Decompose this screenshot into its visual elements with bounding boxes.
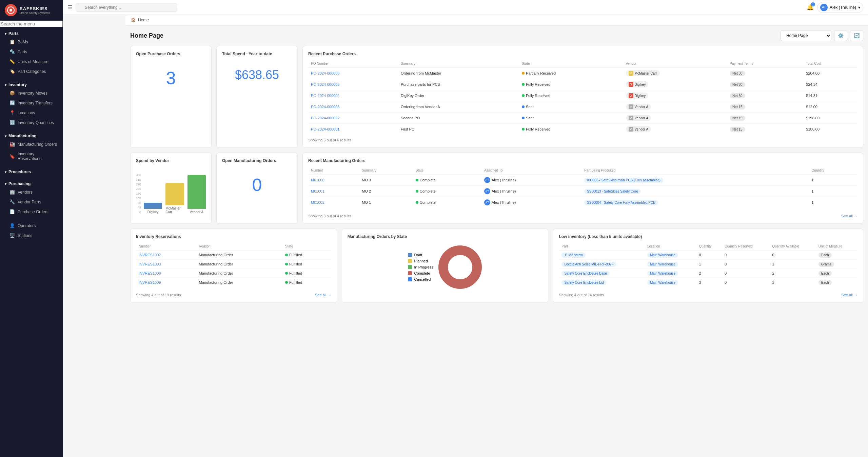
- invres-reason-cell: Manufacturing Order: [196, 260, 282, 269]
- user-menu[interactable]: AT Alex (Thruline) ▾: [817, 2, 863, 13]
- sidebar-item-categories[interactable]: 🏷️Part Categories: [0, 66, 63, 76]
- vendors-label: Vendors: [18, 190, 33, 195]
- sidebar-item-operators[interactable]: 👤Operators: [0, 221, 63, 231]
- sidebar-item-inv-moves[interactable]: 📦Inventory Moves: [0, 88, 63, 98]
- recent-po-card: Recent Purchase Orders PO Number Summary…: [302, 46, 863, 148]
- sidebar-group-purchasing-header[interactable]: ▾ Purchasing: [0, 179, 63, 187]
- invres-state-cell: Fulfilled: [282, 278, 331, 287]
- mo-qty-cell: 1: [809, 197, 857, 208]
- col-summary: Summary: [398, 60, 519, 68]
- table-row[interactable]: PO-2024-000003 Ordering from Vendor A Se…: [308, 101, 857, 113]
- mo-state-card: Manufacturing Orders by State Draft Plan…: [342, 228, 549, 303]
- low-inv-table: Part Location Quantity Quantity Reserved…: [559, 242, 857, 287]
- sidebar-item-inv-reservations[interactable]: 🔖Inventory Reservations: [0, 149, 63, 163]
- sidebar-item-units[interactable]: 📏Units of Measure: [0, 57, 63, 66]
- page-dropdown[interactable]: Home Page: [781, 30, 831, 41]
- table-row[interactable]: M01000 MO 3 Complete ATAlex (Thruline) 0…: [308, 175, 857, 186]
- po-summary-cell: Ordering from Vendor A: [398, 101, 519, 113]
- procedures-arrow: ▾: [5, 170, 6, 174]
- inv-qty-icon: 🔢: [9, 120, 15, 125]
- complete-color: [408, 271, 412, 275]
- table-row[interactable]: Safety Core Enclosure Lid Main Warehouse…: [559, 278, 857, 287]
- low-qty-cell: 3: [696, 278, 722, 287]
- sidebar-search[interactable]: [0, 21, 63, 27]
- sidebar-item-parts[interactable]: 🔩Parts: [0, 47, 63, 57]
- table-row[interactable]: 1" M3 screw Main Warehouse 0 0 0 Each: [559, 251, 857, 260]
- sidebar-item-vendor-parts[interactable]: 🔧Vendor Parts: [0, 197, 63, 207]
- sidebar-group-inventory: ▾ Inventory 📦Inventory Moves 🔄Inventory …: [0, 78, 63, 130]
- mo-number-cell: M01002: [308, 197, 359, 208]
- bars-wrap: Digikey McMaster Carr Vendor A: [144, 173, 206, 214]
- low-inv-see-all[interactable]: See all →: [841, 293, 857, 297]
- low-qty-reserved-cell: 0: [722, 278, 769, 287]
- settings-button[interactable]: ⚙️: [834, 30, 847, 41]
- table-row[interactable]: INVRES1008 Manufacturing Order Fulfilled: [136, 269, 331, 278]
- inv-res-footer: Showing 4 out of 19 results See all →: [136, 290, 331, 297]
- table-row[interactable]: Loctite Anti Seize MIL-PRF-907F Main War…: [559, 260, 857, 269]
- low-qty-cell: 1: [696, 260, 722, 269]
- locations-icon: 📍: [9, 110, 15, 115]
- sidebar-item-mfg-orders[interactable]: 🏭Manufacturing Orders: [0, 139, 63, 149]
- sidebar-item-inv-transfers[interactable]: 🔄Inventory Transfers: [0, 98, 63, 108]
- mfg-arrow: ▾: [5, 134, 6, 138]
- parts-icon: 🔩: [9, 49, 15, 54]
- svg-point-1: [9, 9, 12, 12]
- table-row[interactable]: Safety Core Enclosure Base Main Warehous…: [559, 269, 857, 278]
- table-row[interactable]: PO-2024-000004 DigiKey Order Fully Recei…: [308, 90, 857, 101]
- open-po-title: Open Purchase Orders: [136, 52, 206, 56]
- low-inv-footer: Showing 4 out of 14 results See all →: [559, 290, 857, 297]
- mo-assigned-cell: ATAlex (Thruline): [481, 186, 581, 197]
- legend-inprogress: In Progress: [408, 265, 433, 269]
- inv-res-title: Inventory Reservations: [136, 234, 331, 239]
- sidebar-item-locations[interactable]: 📍Locations: [0, 108, 63, 118]
- table-row[interactable]: M01002 MO 1 Complete ATAlex (Thruline) S…: [308, 197, 857, 208]
- table-row[interactable]: INVRES1002 Manufacturing Order Fulfilled: [136, 251, 331, 260]
- sidebar-group-mfg-header[interactable]: ▾ Manufacturing: [0, 132, 63, 139]
- row2: Spend by Vendor 360 315 270 225 180 135 …: [130, 153, 863, 224]
- low-inv-title: Low inventory (Less than 5 units availab…: [559, 234, 857, 239]
- topbar-right: 🔔 1 AT Alex (Thruline) ▾: [807, 2, 863, 13]
- table-row[interactable]: PO-2024-000005 Purchase parts for PCB Fu…: [308, 79, 857, 90]
- row3: Inventory Reservations Number Reason Sta…: [130, 228, 863, 303]
- app-subtitle: Drone Safety Systems: [20, 11, 50, 15]
- po-vendor-cell: MMcMaster Carr: [623, 68, 727, 79]
- table-row[interactable]: INVRES1009 Manufacturing Order Fulfilled: [136, 278, 331, 287]
- sidebar-group-inventory-header[interactable]: ▾ Inventory: [0, 80, 63, 88]
- low-qty-available-cell: 0: [770, 251, 816, 260]
- table-row[interactable]: PO-2024-000002 Second PO Sent VVendor A …: [308, 113, 857, 124]
- mo-summary-cell: MO 2: [359, 186, 413, 197]
- hamburger-button[interactable]: ☰: [67, 4, 72, 11]
- invres-number-cell: INVRES1003: [136, 260, 196, 269]
- recent-mo-see-all[interactable]: See all →: [841, 214, 857, 218]
- inv-res-see-all[interactable]: See all →: [315, 293, 331, 297]
- table-row[interactable]: INVRES1003 Manufacturing Order Fulfilled: [136, 260, 331, 269]
- notifications-button[interactable]: 🔔 1: [807, 4, 814, 11]
- inventory-label: Inventory: [8, 82, 27, 87]
- sidebar-group-parts-header[interactable]: ▾ Parts: [0, 29, 63, 37]
- invres-reason-cell: Manufacturing Order: [196, 278, 282, 287]
- po-summary-cell: First PO: [398, 124, 519, 135]
- col-mo-summary: Summary: [359, 166, 413, 175]
- table-row[interactable]: PO-2024-000001 First PO Fully Received V…: [308, 124, 857, 135]
- sidebar-item-inv-qty[interactable]: 🔢Inventory Quantities: [0, 118, 63, 127]
- notification-badge: 1: [811, 2, 815, 6]
- sidebar-item-purchase-orders[interactable]: 📄Purchase Orders: [0, 207, 63, 217]
- parts-label: Parts: [8, 31, 19, 36]
- bar-mcmaster-label: McMaster Carr: [165, 206, 184, 214]
- vendors-icon: 🏢: [9, 190, 15, 195]
- sidebar-item-stations[interactable]: 🖥️Stations: [0, 231, 63, 240]
- sidebar-item-boms[interactable]: 📋BoMs: [0, 37, 63, 47]
- sidebar-group-procedures-header[interactable]: ▾ Procedures: [0, 167, 63, 175]
- low-qty-reserved-cell: 0: [722, 260, 769, 269]
- refresh-button[interactable]: 🔄: [850, 30, 863, 41]
- search-input[interactable]: [76, 3, 177, 12]
- operators-icon: 👤: [9, 223, 15, 228]
- logo-text: SAFESKIES Drone Safety Systems: [20, 6, 50, 15]
- recent-mo-title: Recent Manufacturing Orders: [308, 158, 857, 163]
- breadcrumb-home[interactable]: Home: [138, 18, 149, 22]
- user-avatar: AT: [820, 4, 828, 11]
- po-number-cell: PO-2024-000001: [308, 124, 398, 135]
- sidebar-item-vendors[interactable]: 🏢Vendors: [0, 187, 63, 197]
- table-row[interactable]: M01001 MO 2 Complete ATAlex (Thruline) S…: [308, 186, 857, 197]
- table-row[interactable]: PO-2024-000006 Ordering from McMaster Pa…: [308, 68, 857, 79]
